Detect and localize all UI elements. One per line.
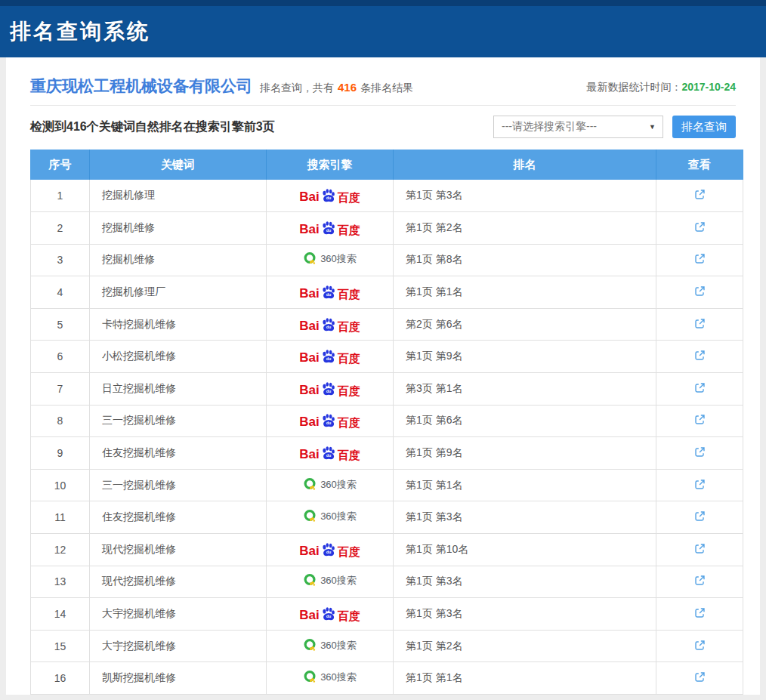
so360-ring-icon [303, 670, 317, 684]
row-engine: Bai du 百度 360搜索 [267, 212, 394, 245]
view-link[interactable] [693, 478, 706, 491]
view-link[interactable] [693, 446, 706, 458]
external-link-icon [693, 349, 706, 362]
baidu-logo: Bai du 百度 [299, 413, 360, 428]
so360-label: 360搜索 [320, 254, 357, 264]
app-title: 排名查询系统 [0, 17, 150, 46]
row-view [656, 566, 743, 598]
svg-text:du: du [326, 357, 332, 362]
row-keyword: 三一挖掘机维修 [90, 469, 267, 501]
external-link-icon [693, 220, 706, 233]
company-name-link[interactable]: 重庆现松工程机械设备有限公司 [30, 76, 252, 97]
baidu-paw-icon: du [320, 606, 336, 622]
view-link[interactable] [693, 349, 706, 362]
row-index: 10 [31, 469, 90, 501]
table-row: 3 挖掘机维修 Bai du 百度 [31, 244, 743, 276]
baidu-paw-icon: du [320, 446, 336, 461]
row-engine: Bai du 百度 360搜索 [267, 341, 394, 373]
result-count: 416 [338, 81, 357, 94]
row-view [656, 405, 743, 437]
so360-label: 360搜索 [320, 672, 357, 682]
row-index: 9 [31, 437, 90, 470]
svg-text:du: du [326, 550, 332, 554]
divider [30, 105, 736, 106]
baidu-logo-latin: Bai [299, 609, 319, 621]
stats-date: 2017-10-24 [681, 81, 736, 93]
row-engine: Bai du 百度 360搜索 [267, 469, 394, 501]
row-view [656, 630, 743, 662]
row-keyword: 大宇挖掘机维修 [90, 630, 267, 662]
baidu-logo-cn: 百度 [338, 385, 360, 396]
view-link[interactable] [693, 639, 706, 652]
view-link[interactable] [693, 317, 706, 330]
external-link-icon [693, 285, 706, 298]
baidu-logo-cn: 百度 [338, 417, 360, 428]
row-engine: Bai du 百度 360搜索 [267, 566, 394, 598]
row-view [656, 276, 743, 309]
view-link[interactable] [693, 542, 706, 555]
view-link[interactable] [693, 510, 706, 523]
row-engine: Bai du 百度 360搜索 [267, 180, 394, 212]
row-keyword: 小松挖掘机维修 [90, 341, 267, 373]
view-link[interactable] [693, 188, 706, 201]
row-index: 15 [31, 630, 90, 662]
svg-text:du: du [326, 196, 332, 200]
row-keyword: 挖掘机修理 [90, 180, 267, 212]
row-index: 6 [31, 341, 90, 373]
view-link[interactable] [693, 574, 706, 587]
row-keyword: 凯斯挖掘机维修 [90, 662, 267, 695]
row-engine: Bai du 百度 360搜索 [267, 598, 394, 631]
row-view [656, 469, 743, 501]
baidu-paw-icon: du [320, 349, 336, 365]
row-rank: 第1页 第10名 [394, 534, 656, 566]
baidu-logo-cn: 百度 [338, 353, 360, 364]
row-rank: 第2页 第6名 [394, 308, 656, 341]
baidu-logo: Bai du 百度 [299, 381, 360, 396]
baidu-logo-latin: Bai [299, 319, 319, 332]
rank-query-button[interactable]: 排名查询 [672, 116, 736, 138]
row-keyword: 挖掘机维修 [90, 244, 267, 276]
row-engine: Bai du 百度 360搜索 [267, 662, 394, 695]
row-engine: Bai du 百度 360搜索 [267, 308, 394, 341]
svg-text:du: du [326, 389, 332, 393]
row-engine: Bai du 百度 360搜索 [267, 630, 394, 662]
row-index: 13 [31, 566, 90, 598]
view-link[interactable] [693, 252, 706, 265]
baidu-logo-cn: 百度 [338, 321, 360, 332]
view-link[interactable] [693, 671, 706, 683]
view-link[interactable] [693, 413, 706, 426]
row-index: 11 [31, 501, 90, 534]
table-row: 11 住友挖掘机维修 Bai du 百度 [31, 501, 743, 534]
row-view [656, 662, 743, 695]
baidu-logo-cn: 百度 [338, 610, 360, 621]
table-row: 8 三一挖掘机维修 Bai du 百度 [31, 405, 743, 437]
row-index: 3 [31, 244, 90, 276]
view-link[interactable] [693, 381, 706, 394]
row-rank: 第1页 第3名 [394, 501, 656, 534]
app-header: 排名查询系统 [0, 0, 766, 57]
external-link-icon [693, 446, 706, 458]
baidu-logo: Bai du 百度 [299, 606, 360, 621]
so360-ring-icon [303, 573, 317, 587]
view-link[interactable] [693, 606, 706, 619]
view-link[interactable] [693, 285, 706, 298]
so360-logo: 360搜索 [303, 509, 357, 523]
engine-select-value: ---请选择搜索引擎--- [502, 120, 597, 134]
view-link[interactable] [693, 220, 706, 233]
external-link-icon [693, 671, 706, 683]
table-row: 2 挖掘机维修 Bai du 百度 [31, 212, 743, 245]
external-link-icon [693, 317, 706, 330]
row-view [656, 341, 743, 373]
engine-select[interactable]: ---请选择搜索引擎--- ▼ [493, 116, 663, 138]
baidu-logo: Bai du 百度 [299, 285, 360, 300]
table-row: 1 挖掘机修理 Bai du 百度 [31, 180, 743, 212]
baidu-logo-cn: 百度 [338, 288, 360, 300]
table-row: 6 小松挖掘机维修 Bai du 百度 [31, 341, 743, 373]
table-row: 15 大宇挖掘机维修 Bai du 百度 [31, 630, 743, 662]
baidu-paw-icon: du [320, 317, 336, 333]
controls-row: 检测到416个关键词自然排名在搜索引擎前3页 ---请选择搜索引擎--- ▼ 排… [30, 116, 736, 138]
external-link-icon [693, 252, 706, 265]
baidu-logo: Bai du 百度 [299, 349, 360, 364]
row-view [656, 212, 743, 245]
svg-text:du: du [326, 421, 332, 426]
